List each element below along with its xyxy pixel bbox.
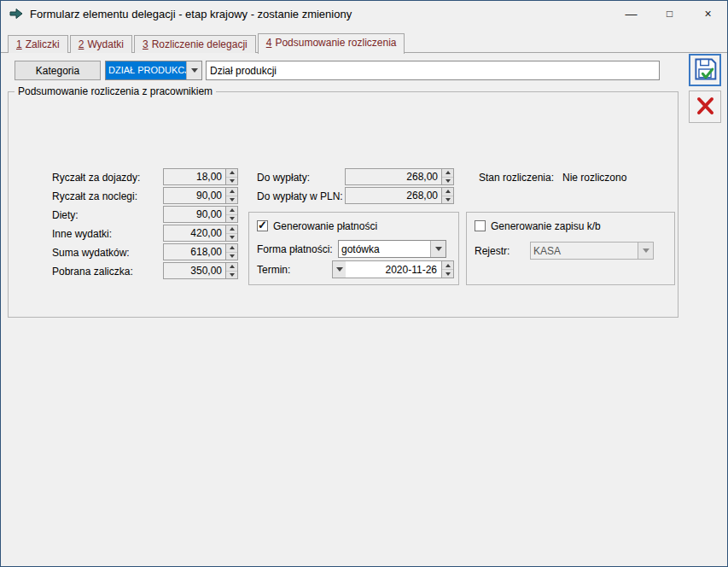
tab-wydatki[interactable]: 2Wydatki — [70, 35, 132, 53]
ryczalt-noclegi-field: 90,00 — [163, 187, 238, 204]
tab-strip: 1Zaliczki 2Wydatki 3Rozliczenie delegacj… — [8, 33, 406, 53]
field-label: Diety: — [52, 209, 79, 221]
tab-zaliczki[interactable]: 1Zaliczki — [8, 35, 68, 53]
tab-label: Rozliczenie delegacji — [152, 38, 248, 50]
field-label: Ryczałt za dojazdy: — [52, 172, 140, 184]
chevron-down-icon[interactable] — [430, 241, 446, 257]
save-button[interactable] — [689, 54, 721, 86]
tab-label: Zaliczki — [26, 38, 60, 50]
window-title: Formularz elementu delegacji - etap kraj… — [30, 8, 352, 20]
forma-platnosci-combo[interactable]: gotówka — [338, 240, 446, 258]
termin-date-field[interactable]: 2020-11-26 — [346, 260, 454, 278]
field-label: Ryczałt za noclegi: — [52, 190, 137, 202]
field-label: Do wypłaty: — [257, 172, 310, 184]
dialog-window: Formularz elementu delegacji - etap kraj… — [0, 0, 728, 567]
field-label: Suma wydatków: — [52, 247, 130, 259]
termin-calendar-dropdown[interactable] — [332, 260, 347, 278]
do-wyplaty-field: 268,00 — [345, 168, 454, 185]
titlebar: Formularz elementu delegacji - etap kraj… — [1, 1, 727, 26]
generowanie-zapisu-kb-checkbox[interactable] — [475, 220, 486, 231]
kategoria-description-input[interactable] — [206, 61, 660, 80]
generowanie-platnosci-checkbox[interactable] — [257, 220, 268, 231]
tab-podsumowanie-rozliczenia[interactable]: 4Podsumowanie rozliczenia — [258, 33, 405, 54]
ryczalt-dojazdy-field: 18,00 — [163, 168, 238, 185]
status-label: Stan rozliczenia: — [479, 172, 554, 184]
spinner-icon — [225, 244, 237, 260]
tab-rozliczenie-delegacji[interactable]: 3Rozliczenie delegacji — [134, 35, 256, 53]
spinner-icon — [225, 263, 237, 278]
summary-group-title: Podsumowanie rozliczenia z pracownikiem — [15, 85, 216, 97]
field-label: Inne wydatki: — [52, 228, 112, 240]
kategoria-button[interactable]: Kategoria — [15, 61, 101, 80]
tab-label: Wydatki — [87, 38, 124, 50]
window-controls: — □ × — [612, 1, 727, 26]
spinner-icon — [225, 207, 237, 222]
cancel-button[interactable] — [689, 91, 721, 123]
suma-wydatkow-field: 618,00 — [163, 243, 238, 260]
maximize-button[interactable]: □ — [650, 1, 689, 26]
spinner-icon — [225, 188, 237, 203]
diety-field: 90,00 — [163, 206, 238, 223]
chevron-down-icon — [638, 243, 653, 259]
forma-platnosci-value: gotówka — [339, 241, 430, 257]
rejestr-value: KASA — [531, 243, 638, 259]
close-button[interactable]: × — [689, 1, 727, 26]
termin-label: Termin: — [257, 264, 290, 276]
spinner-icon — [441, 169, 453, 184]
do-wyplaty-pln-field: 268,00 — [345, 187, 454, 204]
pobrana-zaliczka-field: 350,00 — [163, 262, 238, 279]
chevron-down-icon — [336, 267, 343, 272]
checkbox-label: Generowanie płatności — [273, 220, 377, 232]
field-label: Do wypłaty w PLN: — [257, 190, 343, 202]
chevron-down-icon[interactable] — [186, 61, 201, 79]
field-label: Pobrana zaliczka: — [52, 266, 133, 278]
kategoria-combo[interactable]: DZIAŁ PRODUKCJI — [105, 61, 202, 80]
kategoria-combo-value: DZIAŁ PRODUKCJI — [106, 61, 186, 79]
spinner-icon[interactable] — [441, 261, 453, 278]
delegation-icon — [9, 7, 23, 20]
tab-label: Podsumowanie rozliczenia — [275, 37, 396, 49]
save-diskette-icon — [692, 56, 718, 85]
cancel-x-icon — [694, 95, 716, 120]
spinner-icon — [225, 169, 237, 184]
status-value: Nie rozliczono — [562, 172, 626, 184]
inne-wydatki-field: 420,00 — [163, 225, 238, 242]
forma-platnosci-label: Forma płatności: — [257, 243, 333, 255]
checkbox-label: Generowanie zapisu k/b — [491, 220, 601, 232]
rejestr-label: Rejestr: — [475, 245, 510, 257]
minimize-button[interactable]: — — [612, 1, 650, 26]
rejestr-combo: KASA — [530, 242, 654, 260]
spinner-icon — [441, 188, 453, 203]
spinner-icon — [225, 225, 237, 241]
